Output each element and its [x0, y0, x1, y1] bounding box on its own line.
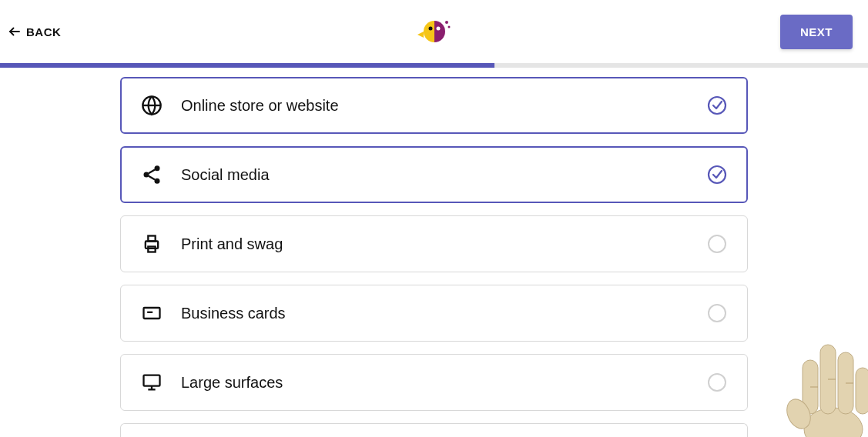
empty-circle-icon	[707, 303, 727, 323]
svg-point-1	[445, 21, 448, 24]
option-label: Business cards	[181, 305, 286, 322]
svg-rect-28	[838, 352, 853, 414]
share-icon	[141, 164, 163, 185]
option-business-cards[interactable]: Business cards	[120, 285, 748, 342]
svg-point-3	[428, 27, 432, 31]
option-large-surfaces[interactable]: Large surfaces	[120, 354, 748, 411]
option-social-media[interactable]: Social media	[120, 146, 748, 203]
option-extra[interactable]	[120, 423, 748, 437]
option-online-store[interactable]: Online store or website	[120, 77, 748, 134]
svg-rect-21	[144, 375, 160, 386]
svg-point-9	[144, 172, 149, 178]
svg-point-20	[709, 305, 726, 322]
back-button[interactable]: BACK	[8, 25, 61, 38]
svg-line-12	[149, 176, 155, 180]
svg-point-4	[436, 27, 440, 31]
svg-point-2	[447, 26, 450, 28]
option-label: Print and swag	[181, 235, 283, 253]
option-label: Large surfaces	[181, 374, 283, 392]
svg-rect-27	[820, 345, 836, 414]
empty-circle-icon	[707, 372, 727, 392]
svg-point-30	[783, 395, 815, 432]
svg-point-8	[155, 165, 160, 171]
back-label: BACK	[26, 25, 61, 38]
svg-point-7	[709, 97, 726, 114]
option-label: Online store or website	[181, 97, 339, 115]
svg-line-11	[149, 170, 155, 174]
check-circle-icon	[707, 165, 727, 185]
check-circle-icon	[707, 95, 727, 115]
display-icon	[141, 372, 163, 393]
printer-icon	[141, 233, 163, 255]
svg-point-24	[709, 374, 726, 391]
logo	[417, 15, 451, 48]
svg-point-25	[804, 408, 863, 437]
svg-rect-15	[148, 236, 155, 242]
option-label: Social media	[181, 166, 270, 184]
option-print-swag[interactable]: Print and swag	[120, 215, 748, 272]
svg-point-10	[155, 178, 160, 184]
svg-rect-26	[803, 360, 818, 414]
arrow-left-icon	[8, 25, 22, 38]
empty-circle-icon	[707, 234, 727, 254]
progress-bar	[0, 63, 868, 68]
svg-rect-29	[856, 368, 868, 414]
globe-icon	[141, 95, 163, 116]
next-label: NEXT	[800, 25, 833, 38]
svg-point-17	[709, 235, 726, 252]
progress-fill	[0, 63, 494, 68]
card-icon	[141, 302, 163, 324]
svg-point-13	[709, 166, 726, 183]
decorative-hand	[760, 314, 868, 437]
next-button[interactable]: NEXT	[780, 15, 853, 49]
